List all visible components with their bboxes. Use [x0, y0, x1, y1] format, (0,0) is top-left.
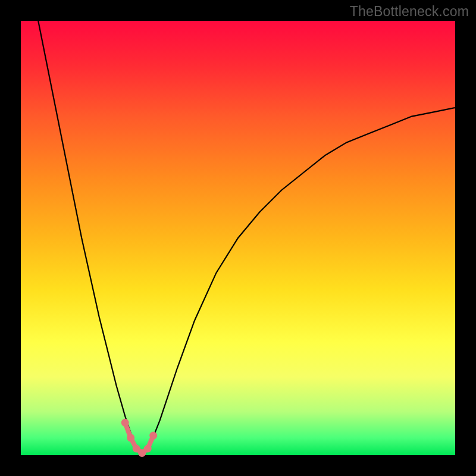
- chart-frame: TheBottleneck.com: [0, 0, 476, 476]
- marker-dot: [149, 432, 157, 440]
- marker-dot: [144, 445, 152, 453]
- marker-dots-group: [121, 419, 158, 457]
- plot-area: [21, 21, 455, 455]
- attribution-text: TheBottleneck.com: [350, 4, 469, 20]
- marker-dot: [127, 434, 134, 441]
- curve-layer: [21, 21, 455, 455]
- bottleneck-curve: [38, 21, 455, 455]
- marker-dot: [121, 419, 129, 427]
